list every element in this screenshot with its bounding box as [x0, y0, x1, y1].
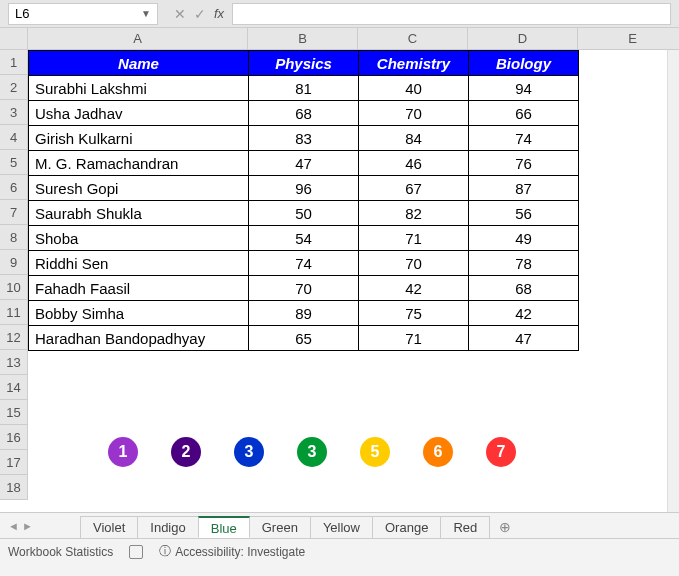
row-header[interactable]: 10 — [0, 275, 28, 300]
table-row: Bobby Simha897542 — [29, 301, 579, 326]
add-sheet-button[interactable]: ⊕ — [489, 516, 521, 538]
cell-value[interactable]: 47 — [469, 326, 579, 351]
cell-name[interactable]: Saurabh Shukla — [29, 201, 249, 226]
cell-value[interactable]: 81 — [249, 76, 359, 101]
sheet-nav-arrows[interactable]: ◄ ► — [8, 520, 33, 532]
sheet-tab[interactable]: Green — [249, 516, 311, 538]
cell-value[interactable]: 87 — [469, 176, 579, 201]
cell-value[interactable]: 65 — [249, 326, 359, 351]
sheet-tab[interactable]: Blue — [198, 516, 250, 538]
cell-value[interactable]: 47 — [249, 151, 359, 176]
table-header[interactable]: Chemistry — [359, 51, 469, 76]
cell-value[interactable]: 67 — [359, 176, 469, 201]
row-header[interactable]: 14 — [0, 375, 28, 400]
table-header[interactable]: Name — [29, 51, 249, 76]
sheet-tab[interactable]: Violet — [80, 516, 138, 538]
cell-value[interactable]: 68 — [249, 101, 359, 126]
formula-input[interactable] — [232, 3, 671, 25]
chevron-down-icon[interactable]: ▼ — [141, 8, 151, 19]
name-box-value: L6 — [15, 6, 29, 21]
sheet-tab[interactable]: Orange — [372, 516, 441, 538]
cell-value[interactable]: 56 — [469, 201, 579, 226]
table-row: Girish Kulkarni838474 — [29, 126, 579, 151]
cell-name[interactable]: Riddhi Sen — [29, 251, 249, 276]
cell-value[interactable]: 40 — [359, 76, 469, 101]
sheet-tab[interactable]: Yellow — [310, 516, 373, 538]
column-header[interactable]: D — [468, 28, 578, 50]
cell-value[interactable]: 70 — [359, 101, 469, 126]
cell-value[interactable]: 76 — [469, 151, 579, 176]
stats-icon[interactable] — [129, 545, 143, 559]
table-header[interactable]: Physics — [249, 51, 359, 76]
cell-value[interactable]: 75 — [359, 301, 469, 326]
sheet-tab[interactable]: Red — [440, 516, 490, 538]
color-badge: 2 — [171, 437, 201, 467]
color-badge: 5 — [360, 437, 390, 467]
cell-value[interactable]: 50 — [249, 201, 359, 226]
cell-value[interactable]: 46 — [359, 151, 469, 176]
row-header[interactable]: 18 — [0, 475, 28, 500]
table-row: Shoba547149 — [29, 226, 579, 251]
cell-value[interactable]: 83 — [249, 126, 359, 151]
row-header[interactable]: 4 — [0, 125, 28, 150]
cell-value[interactable]: 66 — [469, 101, 579, 126]
accept-formula-icon: ✓ — [194, 6, 206, 22]
column-header[interactable]: A — [28, 28, 248, 50]
cell-value[interactable]: 96 — [249, 176, 359, 201]
cell-value[interactable]: 54 — [249, 226, 359, 251]
row-header[interactable]: 8 — [0, 225, 28, 250]
color-badge: 3 — [297, 437, 327, 467]
sheet-tab[interactable]: Indigo — [137, 516, 198, 538]
cell-name[interactable]: Fahadh Faasil — [29, 276, 249, 301]
cell-name[interactable]: Shoba — [29, 226, 249, 251]
workbook-statistics[interactable]: Workbook Statistics — [8, 545, 113, 559]
row-header[interactable]: 9 — [0, 250, 28, 275]
cell-name[interactable]: Bobby Simha — [29, 301, 249, 326]
column-header[interactable]: B — [248, 28, 358, 50]
cell-value[interactable]: 84 — [359, 126, 469, 151]
column-header[interactable]: C — [358, 28, 468, 50]
row-header[interactable]: 11 — [0, 300, 28, 325]
row-header[interactable]: 13 — [0, 350, 28, 375]
row-header[interactable]: 16 — [0, 425, 28, 450]
row-header[interactable]: 15 — [0, 400, 28, 425]
cancel-formula-icon: ✕ — [174, 6, 186, 22]
cell-value[interactable]: 89 — [249, 301, 359, 326]
row-header[interactable]: 1 — [0, 50, 28, 75]
row-header[interactable]: 2 — [0, 75, 28, 100]
cell-value[interactable]: 70 — [359, 251, 469, 276]
cell-value[interactable]: 71 — [359, 326, 469, 351]
cell-value[interactable]: 82 — [359, 201, 469, 226]
vertical-scrollbar[interactable] — [667, 28, 679, 512]
table-header[interactable]: Biology — [469, 51, 579, 76]
cell-name[interactable]: M. G. Ramachandran — [29, 151, 249, 176]
cell-name[interactable]: Usha Jadhav — [29, 101, 249, 126]
cell-name[interactable]: Suresh Gopi — [29, 176, 249, 201]
table-row: Surabhi Lakshmi814094 — [29, 76, 579, 101]
cell-value[interactable]: 74 — [469, 126, 579, 151]
row-header[interactable]: 6 — [0, 175, 28, 200]
cell-value[interactable]: 78 — [469, 251, 579, 276]
select-all-corner[interactable] — [0, 28, 28, 50]
name-box[interactable]: L6 ▼ — [8, 3, 158, 25]
column-header[interactable]: E — [578, 28, 679, 50]
cell-name[interactable]: Girish Kulkarni — [29, 126, 249, 151]
row-header[interactable]: 7 — [0, 200, 28, 225]
fx-label[interactable]: fx — [214, 6, 224, 21]
row-header[interactable]: 3 — [0, 100, 28, 125]
cell-name[interactable]: Haradhan Bandopadhyay — [29, 326, 249, 351]
row-header[interactable]: 5 — [0, 150, 28, 175]
cell-name[interactable]: Surabhi Lakshmi — [29, 76, 249, 101]
row-header[interactable]: 12 — [0, 325, 28, 350]
cell-value[interactable]: 49 — [469, 226, 579, 251]
cell-value[interactable]: 94 — [469, 76, 579, 101]
accessibility-status[interactable]: ⓘ Accessibility: Investigate — [159, 543, 305, 560]
cell-value[interactable]: 42 — [469, 301, 579, 326]
data-table: NamePhysicsChemistryBiology Surabhi Laks… — [28, 50, 579, 351]
cell-value[interactable]: 71 — [359, 226, 469, 251]
cell-value[interactable]: 42 — [359, 276, 469, 301]
row-header[interactable]: 17 — [0, 450, 28, 475]
cell-value[interactable]: 70 — [249, 276, 359, 301]
cell-value[interactable]: 68 — [469, 276, 579, 301]
cell-value[interactable]: 74 — [249, 251, 359, 276]
